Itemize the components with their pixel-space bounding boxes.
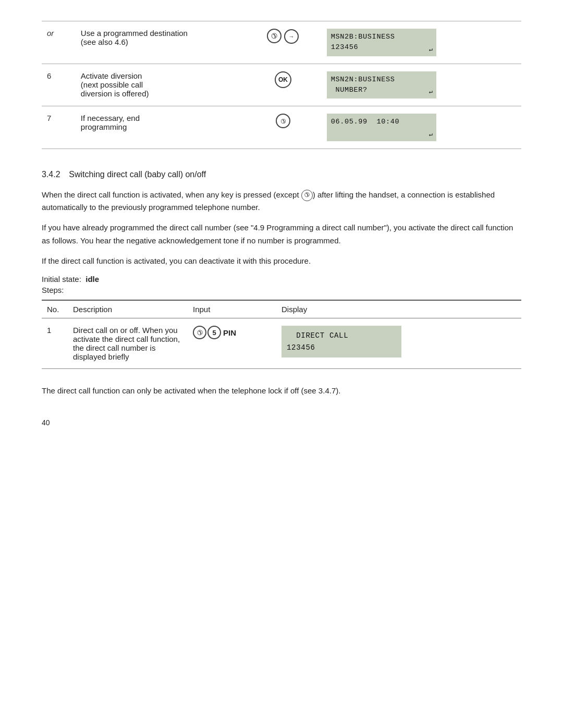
page-number: 40 [42,418,521,427]
body-paragraph-3: If the direct call function is activated… [42,255,521,268]
step-number: 1 [42,318,68,369]
back-arrow-icon: ↵ [429,87,433,96]
end-call-icon: ✆ [273,110,293,131]
footer-paragraph: The direct call function can only be act… [42,385,521,398]
initial-state-value: idle [85,275,99,283]
initial-state-line: Initial state: idle [42,275,521,283]
table-row: 6 Activate diversion(next possible calld… [42,64,521,106]
row-description: Activate diversion(next possible calldiv… [76,64,244,106]
col-header-desc: Description [68,300,188,318]
body-paragraph-2: If you have already programmed the direc… [42,221,521,248]
step-description: Direct call on or off. When you activate… [68,318,188,369]
handset-icon-inline: ✆ [301,190,313,201]
phone-handset-icon: ✆ [193,326,206,339]
step-input: ✆ 5 PIN [188,318,276,369]
steps-table: No. Description Input Display 1 Direct c… [42,300,521,369]
handset-left-icon: ✆ [267,29,282,43]
row-number: 6 [42,64,76,106]
table-header-row: No. Description Input Display [42,300,521,318]
section-number: 3.4.2 [42,170,60,179]
table-row: 7 If necessary, endprogramming ✆ 06.05.9… [42,106,521,149]
col-header-no: No. [42,300,68,318]
row-description: Use a programmed destination(see also 4.… [76,21,244,64]
body-paragraph-1: When the direct call function is activat… [42,189,521,215]
row-input: OK [244,64,321,106]
lcd-display: MSN2B:BUSINESS123456 ↵ [327,29,436,56]
back-arrow-icon: ↵ [429,45,433,54]
steps-table-row: 1 Direct call on or off. When you activa… [42,318,521,369]
row-display: MSN2B:BUSINESS123456 ↵ [322,21,521,64]
table-row: or Use a programmed destination(see also… [42,21,521,64]
pin-label: PIN [223,328,236,337]
row-display: 06.05.99 10:40 ↵ [322,106,521,149]
row-number: 7 [42,106,76,149]
section-heading-container: 3.4.2 Switching direct call (baby call) … [42,170,521,179]
number-5-icon: 5 [207,326,221,339]
input-icons-container: ✆ 5 PIN [193,326,271,339]
row-input: ✆ [244,106,321,149]
row-description: If necessary, endprogramming [76,106,244,149]
steps-label: Steps: [42,286,521,294]
ok-icon: OK [275,71,291,88]
col-header-input: Input [188,300,276,318]
lcd-display: MSN2N:BUSINESS NUMBER? ↵ [327,71,436,99]
row-input: ✆ → [244,21,321,64]
lcd-display-large: DIRECT CALL123456 [282,326,401,357]
instruction-table: or Use a programmed destination(see also… [42,21,521,149]
row-display: MSN2N:BUSINESS NUMBER? ↵ [322,64,521,106]
row-number: or [42,21,76,64]
back-arrow-icon: ↵ [429,130,433,139]
lcd-display: 06.05.99 10:40 ↵ [327,114,436,141]
section-title: Switching direct call (baby call) on/off [69,170,206,179]
arrow-right-icon: → [284,29,299,44]
step-display: DIRECT CALL123456 [276,318,521,369]
col-header-display: Display [276,300,521,318]
